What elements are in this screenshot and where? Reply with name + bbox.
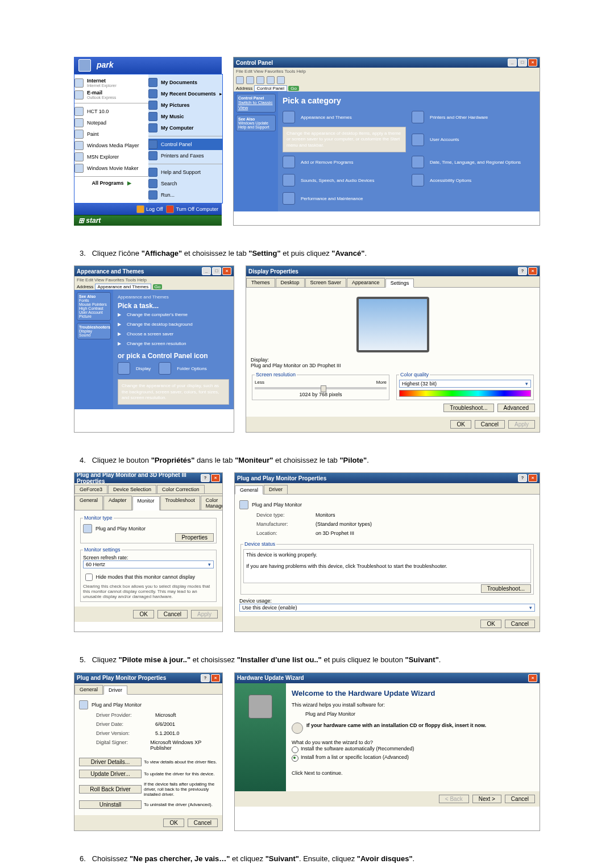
rollback-driver-button[interactable]: Roll Back Driver bbox=[79, 785, 142, 794]
close-icon[interactable]: × bbox=[528, 267, 537, 275]
icon-folder-options[interactable]: Folder Options bbox=[159, 360, 206, 377]
help-icon[interactable]: ? bbox=[518, 474, 527, 482]
start-item[interactable]: Help and Support bbox=[148, 167, 222, 178]
update-driver-button[interactable]: Update Driver... bbox=[79, 770, 142, 778]
apply-button[interactable]: Apply bbox=[191, 610, 218, 618]
tab-driver[interactable]: Driver bbox=[103, 686, 127, 695]
close-icon[interactable]: × bbox=[528, 674, 537, 682]
start-item[interactable]: My Recent Documents ▸ bbox=[148, 88, 222, 99]
side-item[interactable]: Control PanelSwitch to Classic View bbox=[236, 94, 276, 113]
cp-category[interactable]: Accessibility Options bbox=[412, 172, 535, 189]
task-item[interactable]: ▶ Change the screen resolution bbox=[118, 339, 229, 348]
help-icon[interactable]: ? bbox=[201, 474, 210, 482]
tab-adapter[interactable]: Adapter bbox=[103, 496, 132, 510]
go-button[interactable]: Go bbox=[288, 86, 299, 91]
tab-screensaver[interactable]: Screen Saver bbox=[305, 278, 347, 287]
ok-button[interactable]: OK bbox=[133, 610, 154, 618]
uninstall-button[interactable]: Uninstall bbox=[79, 800, 142, 809]
cancel-button[interactable]: Cancel bbox=[505, 620, 535, 628]
minimize-icon[interactable]: _ bbox=[202, 267, 211, 275]
hide-modes-checkbox[interactable] bbox=[85, 574, 93, 581]
tab-desktop[interactable]: Desktop bbox=[276, 278, 305, 287]
tab-themes[interactable]: Themes bbox=[246, 278, 275, 287]
next-button[interactable]: Next > bbox=[472, 795, 501, 803]
go-button[interactable]: Go bbox=[153, 284, 163, 289]
address-bar[interactable]: Control Panel bbox=[254, 85, 287, 92]
forward-icon[interactable] bbox=[246, 76, 254, 84]
folders-icon[interactable] bbox=[277, 76, 285, 84]
ok-button[interactable]: OK bbox=[163, 819, 184, 827]
pinned-internet[interactable]: InternetInternet Explorer bbox=[74, 77, 148, 89]
back-icon[interactable] bbox=[236, 76, 244, 84]
cancel-button[interactable]: Cancel bbox=[157, 610, 188, 618]
tab-troubleshoot[interactable]: Troubleshoot bbox=[160, 496, 200, 510]
cp-category[interactable]: Date, Time, Language, and Regional Optio… bbox=[412, 153, 535, 171]
minimize-icon[interactable]: _ bbox=[508, 59, 517, 67]
cp-category[interactable]: Printers and Other Hardware bbox=[412, 109, 535, 126]
driver-details-button[interactable]: Driver Details... bbox=[79, 758, 142, 766]
task-item[interactable]: ▶ Change the computer's theme bbox=[118, 310, 229, 319]
device-usage-select[interactable]: Use this device (enable)▾ bbox=[239, 604, 535, 612]
logoff-button[interactable]: Log Off bbox=[136, 205, 163, 213]
cp-category[interactable]: Performance and Maintenance bbox=[283, 190, 406, 207]
cancel-button[interactable]: Cancel bbox=[475, 420, 505, 429]
start-item[interactable]: MSN Explorer bbox=[74, 151, 148, 163]
properties-button[interactable]: Properties bbox=[175, 533, 214, 542]
tab-color-mgmt[interactable]: Color Management bbox=[201, 496, 223, 510]
task-item[interactable]: ▶ Change the desktop background bbox=[118, 319, 229, 329]
start-item[interactable]: Paint bbox=[74, 128, 148, 140]
icon-display[interactable]: Display bbox=[118, 360, 151, 377]
close-icon[interactable]: × bbox=[211, 474, 220, 482]
wizard-opt-list[interactable]: Install from a list or specific location… bbox=[292, 754, 534, 762]
tab-appearance[interactable]: Appearance bbox=[347, 278, 385, 287]
start-item[interactable]: Windows Media Player bbox=[74, 140, 148, 151]
cancel-button[interactable]: Cancel bbox=[188, 819, 218, 827]
start-item[interactable]: Windows Movie Maker bbox=[74, 163, 148, 174]
troubleshoot-button[interactable]: Troubleshoot... bbox=[481, 584, 531, 593]
tab-settings[interactable]: Settings bbox=[385, 279, 414, 288]
tab-device-selection[interactable]: Device Selection bbox=[108, 485, 156, 493]
pinned-email[interactable]: E-mailOutlook Express bbox=[74, 89, 148, 101]
start-button[interactable]: ⊞ start bbox=[74, 215, 222, 226]
cp-category-appearance[interactable]: Appearance and Themes bbox=[283, 109, 406, 126]
tab-driver[interactable]: Driver bbox=[264, 485, 288, 494]
ok-button[interactable]: OK bbox=[450, 420, 471, 429]
start-item[interactable]: Notepad bbox=[74, 117, 148, 128]
cp-category[interactable]: Sounds, Speech, and Audio Devices bbox=[283, 172, 406, 189]
start-item[interactable]: HCT 10.0 bbox=[74, 106, 148, 117]
tab-geforce3[interactable]: GeForce3 bbox=[74, 485, 107, 493]
refresh-rate-select[interactable]: 60 Hertz▾ bbox=[83, 560, 214, 568]
tab-monitor[interactable]: Monitor bbox=[132, 496, 160, 510]
start-item[interactable]: Printers and Faxes bbox=[148, 150, 222, 161]
maximize-icon[interactable]: □ bbox=[212, 267, 221, 275]
help-icon[interactable]: ? bbox=[201, 674, 210, 682]
start-item[interactable]: My Pictures bbox=[148, 99, 222, 111]
close-icon[interactable]: × bbox=[528, 59, 537, 67]
start-item[interactable]: Search bbox=[148, 178, 222, 189]
cancel-button[interactable]: Cancel bbox=[505, 795, 535, 803]
tab-general[interactable]: General bbox=[235, 485, 263, 495]
close-icon[interactable]: × bbox=[222, 267, 231, 275]
help-icon[interactable]: ? bbox=[518, 267, 527, 275]
close-icon[interactable]: × bbox=[211, 674, 220, 682]
tab-general[interactable]: General bbox=[74, 685, 103, 694]
advanced-button[interactable]: Advanced bbox=[497, 404, 535, 412]
up-icon[interactable] bbox=[256, 76, 264, 84]
task-item[interactable]: ▶ Choose a screen saver bbox=[118, 329, 229, 339]
tab-general[interactable]: General bbox=[74, 496, 103, 510]
start-item[interactable]: Run... bbox=[148, 189, 222, 201]
cp-category[interactable]: User Accounts bbox=[412, 127, 535, 152]
close-icon[interactable]: × bbox=[528, 474, 537, 482]
apply-button[interactable]: Apply bbox=[508, 420, 535, 429]
start-item[interactable]: My Music bbox=[148, 111, 222, 122]
color-quality-select[interactable]: Highest (32 bit)▾ bbox=[399, 380, 531, 388]
search-icon[interactable] bbox=[267, 76, 275, 84]
troubleshoot-button[interactable]: Troubleshoot... bbox=[443, 404, 493, 412]
all-programs[interactable]: All Programs ▶ bbox=[74, 179, 148, 187]
back-button[interactable]: < Back bbox=[439, 795, 469, 803]
start-item[interactable]: My Documents bbox=[148, 77, 222, 88]
cp-category[interactable]: Add or Remove Programs bbox=[283, 153, 406, 171]
wizard-opt-auto[interactable]: Install the software automatically (Reco… bbox=[292, 745, 534, 754]
turnoff-button[interactable]: Turn Off Computer bbox=[166, 205, 218, 213]
start-item[interactable]: My Computer bbox=[148, 122, 222, 134]
